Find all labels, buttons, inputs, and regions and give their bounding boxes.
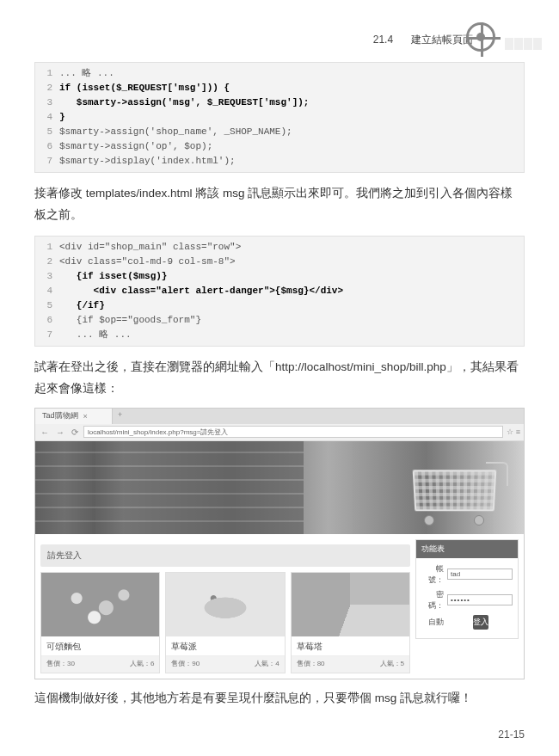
close-icon[interactable]: × xyxy=(83,412,88,421)
browser-screenshot: Tad購物網 × + ← → ⟳ localhost/mini_shop/ind… xyxy=(34,408,525,679)
username-label: 帳號： xyxy=(421,563,444,586)
forward-icon[interactable]: → xyxy=(54,427,66,437)
username-input[interactable]: tad xyxy=(447,569,513,580)
product-price: 售價：80 xyxy=(297,659,325,668)
header-decoration xyxy=(464,21,542,55)
code-block-1: 1... 略 ...2if (isset($_REQUEST['msg'])) … xyxy=(34,62,525,173)
star-icon[interactable]: ☆ xyxy=(507,427,513,436)
new-tab-button[interactable]: + xyxy=(113,409,127,424)
browser-tabbar: Tad購物網 × + xyxy=(35,409,524,424)
product-qty: 人氣：4 xyxy=(255,659,279,668)
product-qty: 人氣：6 xyxy=(130,659,154,668)
sidebar-title: 功能表 xyxy=(416,540,518,558)
browser-toolbar: ← → ⟳ localhost/mini_shop/index.php?msg=… xyxy=(35,424,524,441)
section-number: 21.4 xyxy=(373,34,393,46)
cart-icon xyxy=(405,458,508,527)
alert-message: 請先登入 xyxy=(40,544,410,567)
product-grid: 可頌麵包 售價：30 人氣：6 草莓派 售價：90 人氣：4 xyxy=(40,572,410,673)
auto-label: 自動 xyxy=(421,617,444,628)
shop-banner xyxy=(35,441,524,534)
product-image xyxy=(292,573,409,636)
reload-icon[interactable]: ⟳ xyxy=(70,427,80,437)
page-header: 21.4 建立結帳頁面 xyxy=(34,9,525,52)
password-input[interactable]: •••••• xyxy=(447,594,513,605)
paragraph-1: 接著修改 templates/index.html 將該 msg 訊息顯示出來即… xyxy=(34,183,525,225)
login-panel: 功能表 帳號： tad 密碼： •••••• 自動 xyxy=(415,539,519,639)
address-bar[interactable]: localhost/mini_shop/index.php?msg=請先登入 xyxy=(83,426,503,438)
paragraph-3: 這個機制做好後，其他地方若是有要呈現什麼訊息的，只要帶個 msg 訊息就行囉！ xyxy=(34,688,525,709)
product-price: 售價：90 xyxy=(171,659,200,668)
product-qty: 人氣：5 xyxy=(380,659,404,668)
product-name: 草莓派 xyxy=(166,636,284,655)
login-button[interactable]: 登入 xyxy=(473,615,488,630)
page-number: 21-15 xyxy=(498,728,525,741)
product-price: 售價：30 xyxy=(46,659,75,668)
back-icon[interactable]: ← xyxy=(39,427,51,437)
product-image xyxy=(166,573,284,636)
password-label: 密碼： xyxy=(421,589,444,612)
code-block-2: 1<div id="shop_main" class="row">2<div c… xyxy=(34,236,525,347)
product-image xyxy=(41,573,159,636)
product-card[interactable]: 草莓派 售價：90 人氣：4 xyxy=(165,572,285,673)
product-name: 可頌麵包 xyxy=(41,636,159,655)
product-card[interactable]: 可頌麵包 售價：30 人氣：6 xyxy=(40,572,160,673)
paragraph-2: 試著在登出之後，直接在瀏覽器的網址輸入「http://localhost/min… xyxy=(34,357,525,399)
product-card[interactable]: 草莓塔 售價：80 人氣：5 xyxy=(291,572,410,673)
browser-tab[interactable]: Tad購物網 × xyxy=(35,409,113,424)
menu-icon[interactable]: ≡ xyxy=(516,427,520,436)
tab-title: Tad購物網 xyxy=(42,410,78,421)
product-name: 草莓塔 xyxy=(292,636,409,655)
